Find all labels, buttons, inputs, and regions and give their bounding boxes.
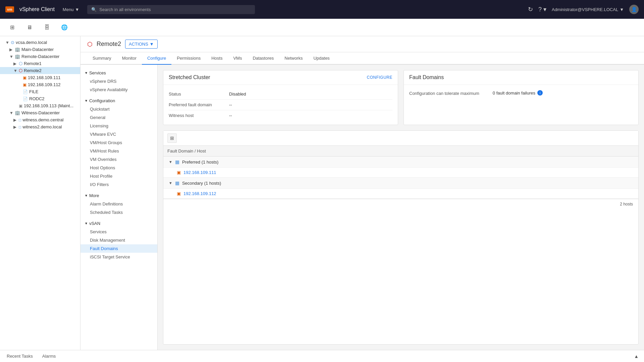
- shortcuts-icon[interactable]: ⊞: [7, 22, 17, 33]
- table-toolbar-icon[interactable]: ⊞: [167, 133, 177, 143]
- config-item-io-filters[interactable]: I/O Filters: [80, 180, 157, 189]
- secondary-group-header[interactable]: ▼ ▦ Secondary (1 hosts): [163, 178, 638, 189]
- fault-domain-content: Configuration can tolerate maximum 0 fau…: [409, 90, 633, 97]
- sidebar-item-witness-datacenter[interactable]: ▼ 🏢 Witness-Datacenter: [0, 109, 80, 116]
- config-item-iscsi-target[interactable]: iSCSI Target Service: [80, 253, 157, 261]
- configuration-header[interactable]: ▼ Configuration: [80, 97, 157, 105]
- config-item-licensing[interactable]: Licensing: [80, 122, 157, 130]
- witness-icon: □: [19, 118, 21, 122]
- sidebar-item-host112[interactable]: ▣ 192.168.109.112: [0, 81, 80, 88]
- sidebar-item-witness1[interactable]: ▶ □ witness.demo.central: [0, 116, 80, 123]
- witness-icon: □: [19, 125, 21, 129]
- main-layout: ▼ ⊙ vcsa.demo.local ▶ 🏢 Main-Datacenter …: [0, 36, 644, 350]
- config-item-vm-host-groups[interactable]: VM/Host Groups: [80, 138, 157, 147]
- vsan-header[interactable]: ▼ vSAN: [80, 219, 157, 228]
- config-item-host-profile[interactable]: Host Profile: [80, 172, 157, 180]
- host112-link[interactable]: 192.168.109.112: [183, 191, 216, 196]
- config-section-more: ▼ More Alarm Definitions Scheduled Tasks: [80, 190, 157, 218]
- config-panel: ▼ Services vSphere DRS vSphere Availabil…: [80, 65, 158, 350]
- cluster-selected-icon: ⬡: [19, 68, 22, 73]
- user-menu-button[interactable]: Administrator@VSPHERE.LOCAL ▼: [552, 7, 624, 12]
- bottom-tab-alarms[interactable]: Alarms: [41, 354, 57, 359]
- config-item-vsphere-drs[interactable]: vSphere DRS: [80, 77, 157, 85]
- config-item-vm-host-rules[interactable]: VM/Host Rules: [80, 147, 157, 155]
- tab-summary[interactable]: Summary: [87, 52, 117, 65]
- config-section-services: ▼ Services vSphere DRS vSphere Availabil…: [80, 67, 157, 95]
- host-maint-icon: ▣: [19, 104, 22, 108]
- search-icon: 🔍: [91, 7, 97, 12]
- config-item-host-options[interactable]: Host Options: [80, 164, 157, 172]
- bottom-tab-recent-tasks[interactable]: Recent Tasks: [5, 354, 34, 359]
- secondary-host-row[interactable]: ▣ 192.168.109.112: [163, 189, 638, 199]
- services-header[interactable]: ▼ Services: [80, 69, 157, 77]
- cluster-title-icon: ⬡: [87, 41, 93, 48]
- config-item-vmware-evc[interactable]: VMware EVC: [80, 130, 157, 138]
- stretched-cluster-card: Stretched Cluster CONFIGURE Status Disab…: [163, 70, 398, 125]
- chevron-right-icon: ▶: [9, 47, 13, 52]
- tab-configure[interactable]: Configure: [142, 52, 171, 65]
- tab-datastores[interactable]: Datastores: [247, 52, 279, 65]
- config-item-vsan-services[interactable]: Services: [80, 228, 157, 236]
- chevron-right-icon: ▶: [13, 118, 17, 122]
- sidebar-item-main-datacenter[interactable]: ▶ 🏢 Main-Datacenter: [0, 46, 80, 53]
- config-item-general[interactable]: General: [80, 113, 157, 122]
- config-item-alarm-definitions[interactable]: Alarm Definitions: [80, 200, 157, 208]
- tab-updates[interactable]: Updates: [308, 52, 335, 65]
- preferred-group-header[interactable]: ▼ ▦ Preferred (1 hosts): [163, 157, 638, 168]
- chevron-down-icon: ▼: [85, 71, 88, 75]
- tab-networks[interactable]: Networks: [279, 52, 308, 65]
- chevron-down-icon: ▼: [169, 160, 172, 164]
- sidebar-item-file[interactable]: 📄 FILE: [0, 88, 80, 95]
- fault-domains-summary-card: Fault Domains Configuration can tolerate…: [404, 70, 639, 125]
- config-section-configuration: ▼ Configuration Quickstart General Licen…: [80, 95, 157, 190]
- expand-button[interactable]: ▲: [634, 354, 639, 359]
- tab-monitor[interactable]: Monitor: [117, 52, 142, 65]
- sidebar-item-host111[interactable]: ▣ 192.168.109.111: [0, 74, 80, 81]
- title-bar: ⬡ Remote2 ACTIONS ▼: [80, 36, 644, 52]
- fault-table-column-header: Fault Domain / Host: [163, 146, 638, 157]
- search-bar[interactable]: 🔍: [87, 5, 255, 14]
- sidebar-item-host113[interactable]: ▣ 192.168.109.113 (Maint...: [0, 102, 80, 109]
- refresh-button[interactable]: ↻: [528, 6, 533, 13]
- file-icon: 📄: [23, 89, 28, 94]
- stretched-cluster-title: Stretched Cluster: [169, 74, 210, 80]
- chevron-down-icon: ▼: [9, 111, 13, 115]
- storage-icon[interactable]: 🗄: [42, 22, 52, 33]
- fault-table-header: ⊞: [163, 131, 638, 146]
- config-item-fault-domains[interactable]: Fault Domains: [80, 244, 157, 253]
- preferred-host-row[interactable]: ▣ 192.168.109.111: [163, 168, 638, 178]
- help-button[interactable]: ? ▾: [538, 6, 546, 13]
- stretched-cluster-body: Status Disabled Preferred fault domain -…: [163, 85, 398, 125]
- sidebar-item-remote1[interactable]: ▶ ⬡ Remote1: [0, 60, 80, 67]
- config-item-scheduled-tasks[interactable]: Scheduled Tasks: [80, 208, 157, 217]
- search-input[interactable]: [99, 7, 251, 12]
- config-item-quickstart[interactable]: Quickstart: [80, 105, 157, 113]
- configure-link[interactable]: CONFIGURE: [367, 75, 393, 80]
- avatar[interactable]: 👤: [629, 5, 639, 14]
- network-icon[interactable]: 🌐: [59, 22, 70, 33]
- config-item-disk-management[interactable]: Disk Management: [80, 236, 157, 244]
- sidebar-item-vcsa[interactable]: ▼ ⊙ vcsa.demo.local: [0, 39, 80, 46]
- sidebar-item-witness2[interactable]: ▶ □ witness2.demo.local: [0, 123, 80, 130]
- content-area: ⬡ Remote2 ACTIONS ▼ Summary Monitor Conf…: [80, 36, 644, 350]
- tab-hosts[interactable]: Hosts: [206, 52, 228, 65]
- fault-domains-header: Fault Domains: [404, 70, 638, 85]
- preferred-fault-domain-row: Preferred fault domain --: [169, 100, 392, 110]
- config-item-vm-overrides[interactable]: VM Overrides: [80, 155, 157, 164]
- tab-bar: Summary Monitor Configure Permissions Ho…: [80, 52, 644, 65]
- sidebar-item-rodc2[interactable]: 📄 RODC2: [0, 95, 80, 102]
- tab-permissions[interactable]: Permissions: [171, 52, 206, 65]
- host111-link[interactable]: 192.168.109.111: [183, 170, 216, 175]
- vm-icon[interactable]: 🖥: [24, 22, 35, 33]
- datacenter-icon: 🏢: [15, 54, 20, 59]
- sidebar-item-remote-datacenter[interactable]: ▼ 🏢 Remote-Datacenter: [0, 53, 80, 60]
- tab-vms[interactable]: VMs: [228, 52, 247, 65]
- sidebar-item-remote2[interactable]: ▼ ⬡ Remote2: [0, 67, 80, 74]
- actions-button[interactable]: ACTIONS ▼: [125, 40, 158, 49]
- menu-button[interactable]: Menu ▼: [60, 6, 82, 13]
- info-icon[interactable]: i: [537, 90, 543, 96]
- fault-table-footer: 2 hosts: [163, 199, 638, 209]
- config-item-vsphere-availability[interactable]: vSphere Availability: [80, 85, 157, 94]
- fault-count: 0 fault domain failures i: [493, 90, 543, 96]
- more-header[interactable]: ▼ More: [80, 191, 157, 200]
